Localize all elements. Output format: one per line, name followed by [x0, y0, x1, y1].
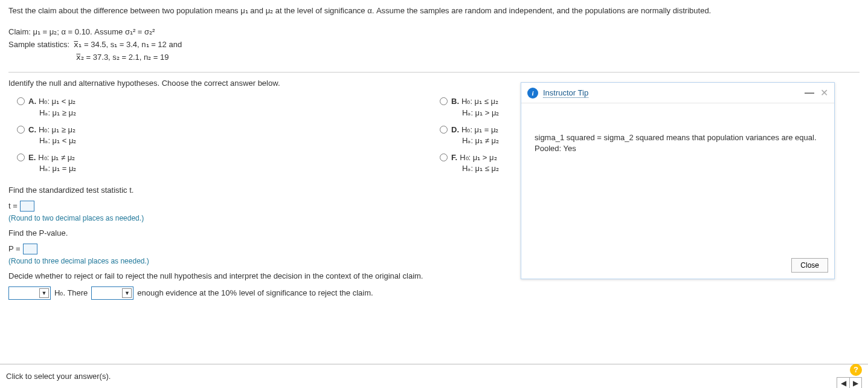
t-equals-label: t =: [8, 201, 18, 210]
option-c-h0: H₀: μ₁ ≥ μ₂: [39, 125, 76, 134]
option-letter-d: D.: [451, 125, 459, 134]
radio-e[interactable]: [17, 154, 25, 161]
radio-d[interactable]: [440, 126, 448, 134]
next-button[interactable]: ▶: [849, 378, 861, 389]
option-letter-a: A.: [28, 97, 36, 106]
option-a-ha: Hₐ: μ₁ ≥ μ₂: [28, 108, 76, 118]
option-e-h0: H₀: μ₁ ≠ μ₂: [38, 153, 75, 162]
conclusion-mid1: H₀. There: [54, 288, 88, 297]
stats-line-1: Sample statistics: x̅₁ = 34.5, s₁ = 3.4,…: [8, 39, 860, 51]
option-f-ha: Hₐ: μ₁ ≤ μ₂: [451, 163, 499, 174]
option-letter-f: F.: [451, 153, 457, 162]
problem-intro: Test the claim about the difference betw…: [8, 6, 860, 15]
option-d-ha: Hₐ: μ₁ ≠ μ₂: [451, 135, 499, 146]
option-letter-c: C.: [28, 125, 36, 134]
option-b[interactable]: B.H₀: μ₁ ≤ μ₂ Hₐ: μ₁ > μ₂: [440, 96, 530, 118]
option-b-h0: H₀: μ₁ ≤ μ₂: [461, 97, 498, 106]
chevron-down-icon: ▼: [39, 288, 49, 298]
radio-a[interactable]: [17, 97, 25, 105]
option-c-ha: Hₐ: μ₁ < μ₂: [28, 135, 76, 146]
close-button[interactable]: Close: [791, 258, 828, 273]
option-e-ha: Hₐ: μ₁ = μ₂: [28, 163, 76, 174]
footer-instruction: Click to select your answer(s).: [6, 372, 111, 381]
claim-block: Claim: μ₁ = μ₂; α = 0.10. Assume σ₁² = σ…: [8, 26, 860, 63]
p-equals-label: P =: [8, 244, 21, 253]
option-letter-b: B.: [451, 97, 459, 106]
conclusion-sentence: ▼ H₀. There ▼ enough evidence at the 10%…: [8, 286, 860, 300]
close-icon[interactable]: ✕: [820, 87, 828, 99]
radio-b[interactable]: [440, 97, 448, 105]
reject-dropdown[interactable]: ▼: [8, 286, 51, 300]
option-b-ha: Hₐ: μ₁ > μ₂: [451, 108, 499, 118]
option-f-h0: H₀: μ₁ > μ₂: [460, 153, 497, 162]
divider: [8, 72, 860, 73]
evidence-dropdown[interactable]: ▼: [91, 286, 133, 300]
option-a[interactable]: A.H₀: μ₁ < μ₂ Hₐ: μ₁ ≥ μ₂: [17, 96, 440, 118]
option-c[interactable]: C.H₀: μ₁ ≥ μ₂ Hₐ: μ₁ < μ₂: [17, 124, 440, 146]
conclusion-mid2: enough evidence at the 10% level of sign…: [137, 288, 373, 297]
option-letter-e: E.: [28, 153, 36, 162]
help-icon[interactable]: ?: [850, 364, 862, 376]
option-d[interactable]: D.H₀: μ₁ = μ₂ Hₐ: μ₁ ≠ μ₂: [440, 124, 530, 146]
radio-c[interactable]: [17, 126, 25, 134]
option-a-h0: H₀: μ₁ < μ₂: [39, 97, 76, 106]
claim-line: Claim: μ₁ = μ₂; α = 0.10. Assume σ₁² = σ…: [8, 26, 860, 39]
chevron-down-icon: ▼: [122, 288, 132, 298]
minimize-icon[interactable]: —: [805, 88, 814, 99]
option-f[interactable]: F.H₀: μ₁ > μ₂ Hₐ: μ₁ ≤ μ₂: [440, 152, 530, 174]
tip-body: sigma_1 squared = sigma_2 squared means …: [521, 103, 834, 252]
option-e[interactable]: E.H₀: μ₁ ≠ μ₂ Hₐ: μ₁ = μ₂: [17, 152, 440, 174]
info-icon: i: [527, 88, 538, 99]
radio-f[interactable]: [440, 154, 448, 161]
option-d-h0: H₀: μ₁ = μ₂: [461, 125, 498, 134]
nav-controls: ◀ ▶: [837, 377, 862, 389]
p-value-input[interactable]: [23, 244, 37, 254]
footer: Click to select your answer(s). ? ◀ ▶: [0, 364, 868, 388]
tip-title: Instructor Tip: [543, 88, 588, 98]
stats-line-2: x̅₂ = 37.3, s₂ = 2.1, n₂ = 19: [8, 51, 860, 64]
tip-header: i Instructor Tip — ✕: [521, 83, 834, 103]
instructor-tip-popup: i Instructor Tip — ✕ sigma_1 squared = s…: [521, 82, 835, 279]
t-value-input[interactable]: [20, 201, 34, 212]
prev-button[interactable]: ◀: [837, 378, 849, 389]
